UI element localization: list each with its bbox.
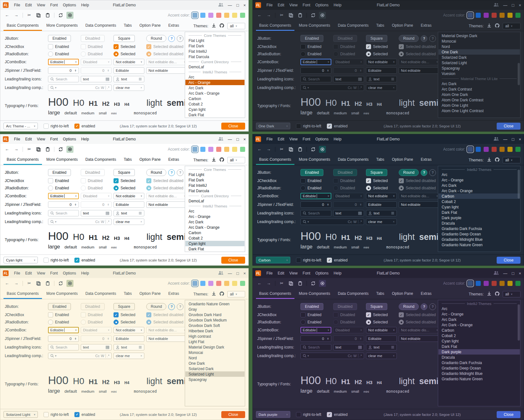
theme-item-dark-flat[interactable]: Dark Flat: [438, 210, 520, 215]
menu-font[interactable]: Font: [300, 136, 313, 142]
theme-item-atom-one-light-contrast[interactable]: Atom One Light Contrast: [438, 108, 520, 113]
theme-select[interactable]: Dark purple▾: [256, 411, 290, 418]
forward-button[interactable]: →: [265, 12, 272, 19]
scrollbar[interactable]: [517, 166, 520, 252]
theme-item-arc-dark[interactable]: Arc Dark: [185, 85, 245, 91]
copy-icon[interactable]: [287, 12, 294, 19]
enabled-button[interactable]: Enabled: [48, 303, 71, 310]
menu-view[interactable]: View: [287, 2, 300, 8]
scrollbar[interactable]: [517, 32, 520, 118]
theme-item-arc-orange[interactable]: Arc - Orange: [185, 214, 245, 219]
download-icon[interactable]: [211, 23, 216, 29]
theme-item-dark-flat[interactable]: Dark Flat: [185, 246, 245, 251]
download-icon[interactable]: [487, 291, 492, 297]
menu-help[interactable]: Help: [79, 2, 91, 8]
theme-item-cyan-light[interactable]: Cyan light: [438, 204, 520, 210]
enabled-button[interactable]: Enabled: [300, 303, 323, 310]
copy-icon[interactable]: [287, 146, 294, 153]
cut-icon[interactable]: ✂: [278, 280, 285, 287]
themes-filter-select[interactable]: all ▾: [227, 157, 245, 163]
accent-swatch-1[interactable]: [192, 147, 197, 152]
theme-item-dracula[interactable]: Dracula: [438, 355, 520, 360]
maximize-button[interactable]: □: [237, 271, 239, 275]
menu-file[interactable]: File: [12, 2, 22, 8]
paste-icon[interactable]: [44, 280, 51, 287]
menu-edit[interactable]: Edit: [275, 2, 286, 8]
scrollbar-thumb[interactable]: [518, 170, 520, 199]
combobox-editable[interactable]: Editable▾: [300, 193, 331, 199]
tab-option-pane[interactable]: Option Pane: [389, 155, 417, 165]
date-input[interactable]: text: [333, 344, 364, 350]
themes-filter-select[interactable]: all ▾: [503, 157, 521, 163]
textfield-editable[interactable]: Editable: [366, 67, 397, 74]
menu-font[interactable]: Font: [300, 270, 313, 276]
rtl-checkbox[interactable]: right-to-left: [296, 412, 321, 417]
square-button[interactable]: Square: [366, 169, 387, 176]
maximize-button[interactable]: □: [512, 3, 514, 7]
close-window-button[interactable]: ×: [519, 3, 521, 7]
theme-item-dark-flat[interactable]: Dark Flat: [438, 344, 520, 349]
spinner[interactable]: 0▲▼: [300, 335, 331, 342]
paste-icon[interactable]: [297, 146, 304, 153]
menu-view[interactable]: View: [35, 2, 47, 8]
radio-selected[interactable]: Selected: [366, 186, 397, 191]
radio-selected[interactable]: Selected: [366, 51, 397, 57]
accent-swatch-5[interactable]: [224, 147, 229, 152]
tab-more-components[interactable]: More Components: [296, 155, 334, 165]
accent-swatch-1[interactable]: [468, 13, 473, 18]
back-button[interactable]: ←: [256, 146, 263, 153]
menu-options[interactable]: Options: [61, 270, 78, 276]
enabled-checkbox[interactable]: enabled: [327, 258, 348, 263]
close-button[interactable]: Close: [497, 257, 521, 264]
accent-swatch-6[interactable]: [507, 13, 513, 18]
tab-option-pane[interactable]: Option Pane: [389, 21, 417, 31]
theme-item-carbon[interactable]: Carbon: [185, 96, 245, 101]
theme-item-flat-dark[interactable]: Flat Dark: [185, 43, 245, 49]
theme-item-atom-one-dark[interactable]: Atom One Dark: [438, 92, 520, 97]
close-window-button[interactable]: ×: [519, 271, 521, 275]
theme-item-gradianto-nature-green[interactable]: Gradianto Nature Green: [438, 242, 520, 247]
menu-edit[interactable]: Edit: [23, 270, 34, 276]
theme-item-arc-dark-orange[interactable]: Arc Dark - Orange: [438, 322, 520, 328]
menu-help[interactable]: Help: [79, 136, 91, 142]
forward-button[interactable]: →: [13, 146, 20, 153]
tab-extras[interactable]: Extras: [165, 155, 182, 165]
github-icon[interactable]: [219, 291, 224, 297]
download-icon[interactable]: [487, 157, 492, 163]
search-input[interactable]: Search: [48, 210, 79, 216]
close-window-button[interactable]: ×: [519, 137, 521, 141]
github-icon[interactable]: [495, 23, 500, 29]
github-icon[interactable]: [495, 157, 500, 163]
cut-icon[interactable]: ✂: [278, 12, 285, 19]
close-window-button[interactable]: ×: [243, 3, 246, 7]
accent-swatch-3[interactable]: [484, 13, 489, 18]
accent-swatch-4[interactable]: [492, 147, 497, 152]
paste-icon[interactable]: [297, 12, 304, 19]
close-button[interactable]: Close: [221, 123, 245, 130]
accent-swatch-4[interactable]: [216, 13, 221, 18]
cut-icon[interactable]: ✂: [278, 146, 285, 153]
checkbox-selected[interactable]: Selected: [114, 178, 144, 183]
help-button[interactable]: ?: [421, 303, 427, 310]
accent-swatch-2[interactable]: [200, 147, 205, 152]
tab-tabs[interactable]: Tabs: [373, 289, 387, 299]
theme-item-nord[interactable]: Nord: [438, 44, 520, 49]
minimize-button[interactable]: —: [503, 3, 507, 7]
clearable-input[interactable]: clear me×: [114, 353, 144, 359]
close-window-button[interactable]: ×: [243, 137, 246, 141]
forward-button[interactable]: →: [265, 146, 272, 153]
tab-tabs[interactable]: Tabs: [373, 155, 387, 165]
copy-icon[interactable]: [35, 146, 42, 153]
square-button[interactable]: Square: [114, 303, 135, 310]
accent-swatch-2[interactable]: [200, 281, 205, 286]
themes-filter-select[interactable]: all ▾: [503, 291, 521, 297]
help-button[interactable]: ?: [421, 169, 427, 176]
accent-swatch-4[interactable]: [216, 281, 221, 286]
theme-item-gray[interactable]: Gray: [185, 307, 245, 312]
tab-data-components[interactable]: Data Components: [82, 21, 119, 31]
spinner[interactable]: 0▲▼: [300, 201, 331, 208]
theme-item-gradianto-dark-fuchsia[interactable]: Gradianto Dark Fuchsia: [438, 360, 520, 365]
search-with-options-input[interactable]: ▾CcW.*: [300, 219, 364, 225]
radio-enabled[interactable]: Enabled: [48, 320, 79, 325]
accent-swatch-4[interactable]: [216, 147, 221, 152]
